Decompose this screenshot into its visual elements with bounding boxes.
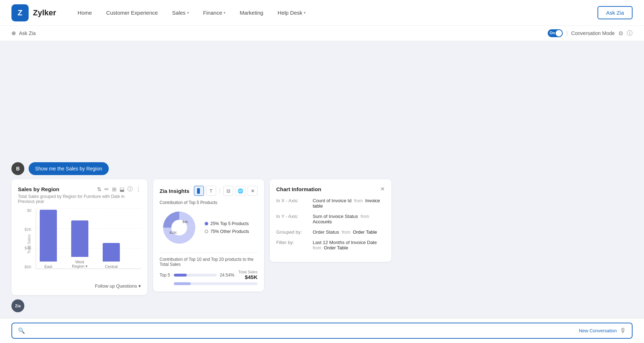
total-sales-value: $45K bbox=[238, 274, 258, 280]
pie-label-12k: $12K bbox=[169, 231, 177, 234]
filter-key: Filter by: bbox=[276, 240, 308, 245]
bar-west-fill bbox=[71, 220, 88, 257]
bar-chart-icon: ▊ bbox=[197, 188, 201, 194]
nav-marketing[interactable]: Marketing bbox=[240, 10, 263, 16]
sub-header-right: On | Conversation Mode ⚙ ⓘ bbox=[548, 29, 633, 37]
finance-chevron: ▾ bbox=[224, 11, 225, 15]
top-products-header: Contribution of Top 10 and Top 20 produc… bbox=[160, 257, 258, 267]
y-axis-val: Sum of Invoice Status from Accounts bbox=[313, 214, 385, 224]
nav-customer-experience[interactable]: Customer Experience bbox=[106, 10, 158, 16]
settings-icon[interactable]: ⚙ bbox=[618, 30, 623, 37]
user-avatar: B bbox=[11, 162, 24, 175]
chat-message-row: B Show me the Sales by Region bbox=[11, 162, 633, 175]
y-label-2k: $2K bbox=[18, 227, 34, 232]
close-icon: ✕ bbox=[251, 188, 255, 194]
grid-line-1 bbox=[36, 208, 141, 209]
nav-sales[interactable]: Sales ▾ bbox=[172, 10, 189, 16]
zia-avatar-row: Zia bbox=[11, 299, 633, 312]
sub-header: ⊗ Ask Zia On | Conversation Mode ⚙ ⓘ bbox=[0, 26, 644, 41]
y-table-name: Accounts bbox=[313, 219, 332, 224]
info-icon[interactable]: ⓘ bbox=[627, 30, 633, 37]
bar-central: Central bbox=[103, 243, 120, 269]
info-row-grouped: Grouped by: Order Status from Order Tabl… bbox=[276, 229, 385, 235]
zia-table-btn[interactable]: ⊟ bbox=[223, 186, 233, 196]
top-products-section: Contribution of Top 10 and Top 20 produc… bbox=[160, 252, 258, 285]
table-icon: ⊟ bbox=[226, 188, 230, 194]
logo-block[interactable]: Z Zylker bbox=[11, 4, 56, 21]
chart-info-close-icon[interactable]: ✕ bbox=[380, 186, 385, 192]
y-label-4k: $4K bbox=[18, 246, 34, 250]
grouped-key: Grouped by: bbox=[276, 229, 308, 235]
pie-label-4k: $4K bbox=[182, 220, 188, 224]
card-subtitle: Total Sales grouped by Region for Furnit… bbox=[18, 194, 141, 204]
download-icon[interactable]: ⬓ bbox=[119, 186, 125, 193]
chart-info-title: Chart Information bbox=[276, 186, 321, 192]
conversation-mode-toggle[interactable]: On bbox=[548, 29, 563, 37]
second-bar-row bbox=[160, 282, 258, 285]
chat-bubble: Show me the Sales by Region bbox=[29, 162, 109, 175]
zia-close-btn[interactable]: ✕ bbox=[248, 186, 258, 196]
info-row-filter: Filter by: Last 12 Months of Invoice Dat… bbox=[276, 240, 385, 250]
pie-legend: 25% Top 5 Products 75% Other Products bbox=[205, 221, 249, 234]
y-from-word: from bbox=[361, 214, 369, 219]
conversation-mode-label: Conversation Mode bbox=[571, 30, 615, 36]
x-from-word: from bbox=[354, 198, 363, 203]
grouped-val: Order Status from Order Table bbox=[313, 229, 385, 235]
globe-icon: 🌐 bbox=[238, 188, 243, 194]
top5-row: Top 5 24.54% Total Sales $45K bbox=[160, 270, 258, 280]
bar-central-label: Central bbox=[105, 264, 117, 269]
legend-other-label: 75% Other Products bbox=[210, 229, 249, 234]
nav-helpdesk[interactable]: Help Desk ▾ bbox=[278, 10, 306, 16]
app-name: Zylker bbox=[33, 8, 56, 18]
zia-globe-btn[interactable]: 🌐 bbox=[235, 186, 245, 196]
nav-home[interactable]: Home bbox=[78, 10, 92, 16]
second-progress-fill bbox=[174, 282, 191, 285]
zia-insights-card: Zia Insights ▊ T | ⊟ 🌐 bbox=[153, 179, 264, 292]
card-title: Sales by Region bbox=[18, 186, 59, 192]
info-header: Chart Information ✕ bbox=[276, 186, 385, 192]
bar-central-fill bbox=[103, 243, 120, 262]
layout-icon[interactable]: ⊞ bbox=[112, 186, 117, 193]
nav-finance[interactable]: Finance ▾ bbox=[203, 10, 225, 16]
cards-row: Sales by Region ⇅ ✏ ⊞ ⬓ ⓘ ⋮ Total Sales … bbox=[11, 179, 633, 295]
info-row-y: In Y - Axis: Sum of Invoice Status from … bbox=[276, 214, 385, 224]
helpdesk-chevron: ▾ bbox=[304, 11, 306, 15]
sort-icon[interactable]: ⇅ bbox=[97, 186, 102, 193]
filter-table-name: Order Table bbox=[324, 245, 348, 250]
bar-chart-area: $6K $4K $2K $0 Total Sales bbox=[18, 208, 141, 280]
toggle-knob bbox=[556, 30, 562, 36]
pie-chart: $4K $12K bbox=[160, 208, 199, 247]
legend-top5-dot bbox=[205, 222, 208, 225]
grouped-from-word: from bbox=[342, 230, 350, 235]
sales-chevron: ▾ bbox=[187, 11, 189, 15]
nav-links: Home Customer Experience Sales ▾ Finance… bbox=[78, 10, 597, 16]
y-axis: $6K $4K $2K $0 bbox=[18, 208, 34, 269]
ask-zia-button[interactable]: Ask Zia bbox=[597, 6, 633, 19]
zia-sub-icon: ⊗ bbox=[11, 30, 16, 36]
bar-east: East bbox=[40, 210, 57, 269]
more-icon[interactable]: ⋮ bbox=[136, 186, 141, 193]
bar-west: WestRegion ▾ bbox=[71, 220, 88, 269]
bar-east-label: East bbox=[44, 264, 52, 269]
bars-area: East WestRegion ▾ Central bbox=[36, 208, 141, 269]
zia-insights-title: Zia Insights bbox=[160, 188, 189, 194]
filter-from-word: from bbox=[313, 245, 321, 250]
zia-text-btn[interactable]: T bbox=[206, 186, 216, 196]
top5-pct: 24.54% bbox=[220, 273, 235, 278]
follow-up-button[interactable]: Follow up Questions ▾ bbox=[95, 283, 141, 289]
legend-other-dot bbox=[205, 230, 208, 233]
total-sales-label: Total Sales bbox=[238, 270, 258, 274]
pie-title: Contribution of Top 5 Products bbox=[160, 200, 258, 205]
edit-icon[interactable]: ✏ bbox=[104, 186, 109, 193]
toggle-on-label: On bbox=[550, 31, 555, 35]
y-axis-title: Total Sales bbox=[27, 234, 31, 254]
text-icon: T bbox=[210, 188, 213, 194]
sales-by-region-card: Sales by Region ⇅ ✏ ⊞ ⬓ ⓘ ⋮ Total Sales … bbox=[11, 179, 147, 295]
legend-top5-label: 25% Top 5 Products bbox=[210, 221, 249, 226]
zia-bar-chart-btn[interactable]: ▊ bbox=[194, 186, 204, 196]
pie-section: Contribution of Top 5 Products $4K bbox=[160, 200, 258, 247]
follow-up-chevron: ▾ bbox=[138, 283, 141, 289]
pie-container: $4K $12K 25% Top 5 Products 75% Other Pr… bbox=[160, 208, 258, 247]
bottom-input-bar: 🔍 New Conversation 🎙 bbox=[0, 318, 644, 321]
info-card-icon[interactable]: ⓘ bbox=[127, 186, 133, 193]
